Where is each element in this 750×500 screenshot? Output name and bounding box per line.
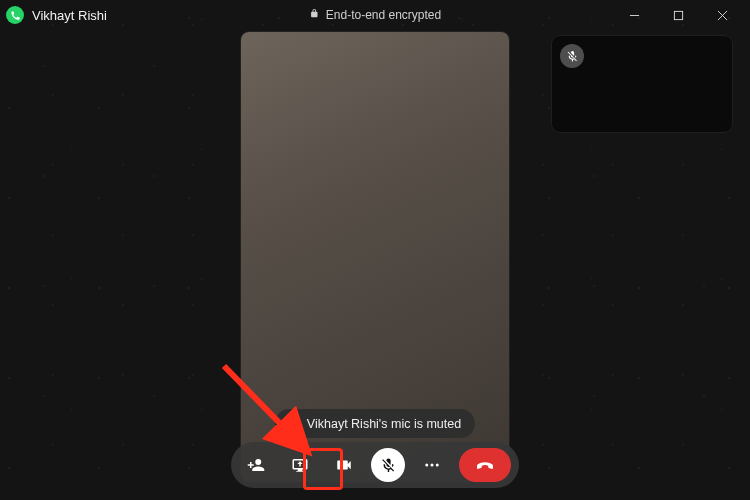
call-stage: Vikhayt Rishi's mic is muted [0,30,750,500]
screen-share-button[interactable] [283,448,317,482]
minimize-button[interactable] [612,0,656,30]
whatsapp-icon [6,6,24,24]
mic-toggle-button[interactable] [371,448,405,482]
end-call-button[interactable] [459,448,511,482]
svg-rect-1 [674,11,682,19]
contact-name: Vikhayt Rishi [32,8,107,23]
mute-toast-text: Vikhayt Rishi's mic is muted [307,417,461,431]
mic-off-icon [285,415,299,432]
encryption-label: End-to-end encrypted [326,8,441,22]
maximize-button[interactable] [656,0,700,30]
self-video[interactable] [552,36,732,132]
more-options-button[interactable] [415,448,449,482]
window-controls [612,0,744,30]
close-button[interactable] [700,0,744,30]
app-window: Vikhayt Rishi End-to-end encrypted [0,0,750,500]
titlebar: Vikhayt Rishi End-to-end encrypted [0,0,750,30]
add-participant-button[interactable] [239,448,273,482]
svg-point-4 [425,464,428,467]
self-mute-indicator [560,44,584,68]
lock-icon [309,8,320,22]
call-controls [231,442,519,488]
svg-point-5 [431,464,434,467]
svg-point-6 [436,464,439,467]
encryption-badge: End-to-end encrypted [309,8,441,22]
camera-button[interactable] [327,448,361,482]
mute-toast: Vikhayt Rishi's mic is muted [275,409,475,438]
